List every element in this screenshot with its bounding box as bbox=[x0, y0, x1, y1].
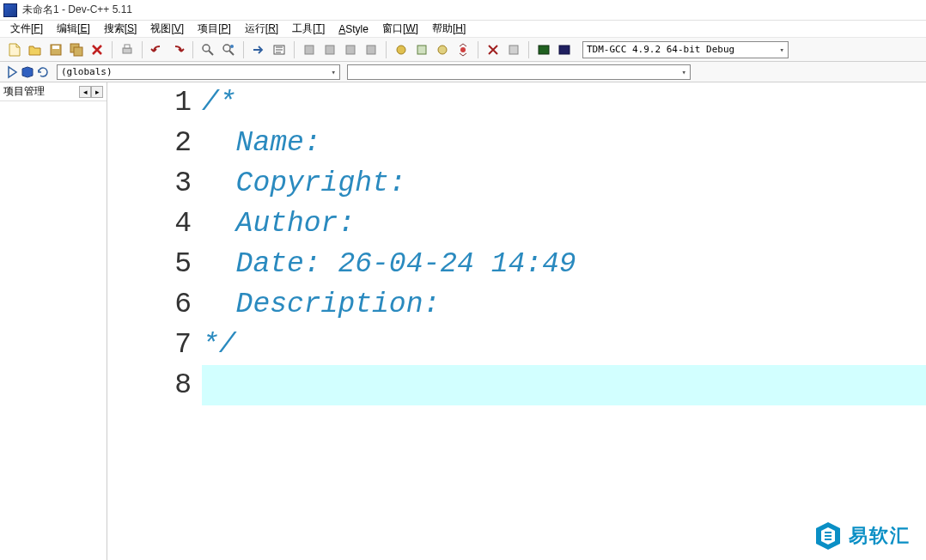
globals-combo[interactable]: (globals) ▾ bbox=[57, 64, 340, 80]
separator bbox=[528, 41, 529, 58]
menubar: 文件[F] 编辑[E] 搜索[S] 视图[V] 项目[P] 运行[R] 工具[T… bbox=[0, 21, 926, 38]
svg-rect-1 bbox=[52, 46, 59, 49]
svg-point-7 bbox=[223, 45, 230, 52]
line-number: 2 bbox=[107, 123, 192, 163]
goto-icon[interactable] bbox=[249, 40, 268, 59]
toolbar-secondary: (globals) ▾ ▾ bbox=[0, 62, 926, 82]
rebuild-icon[interactable] bbox=[362, 40, 381, 59]
menu-tools[interactable]: 工具[T] bbox=[285, 20, 332, 38]
watermark: 易软汇 bbox=[814, 520, 911, 551]
globals-combo-label: (globals) bbox=[61, 66, 113, 77]
tab-next-icon[interactable]: ▸ bbox=[91, 86, 103, 98]
watermark-text: 易软汇 bbox=[849, 523, 911, 549]
new-file-icon[interactable] bbox=[5, 40, 24, 59]
debug-step-icon[interactable] bbox=[412, 40, 431, 59]
separator bbox=[142, 41, 143, 58]
titlebar: 未命名1 - Dev-C++ 5.11 bbox=[0, 0, 926, 21]
project-management-tab[interactable]: 项目管理 bbox=[3, 84, 45, 99]
line-number: 1 bbox=[107, 82, 192, 123]
code-line: Name: bbox=[202, 127, 321, 159]
save-all-icon[interactable] bbox=[67, 40, 86, 59]
print-icon[interactable] bbox=[118, 40, 137, 59]
save-icon[interactable] bbox=[46, 40, 65, 59]
chevron-down-icon: ▾ bbox=[682, 68, 686, 76]
sidebar-header: 项目管理 ◂ ▸ bbox=[0, 82, 107, 101]
line-number: 5 bbox=[107, 244, 192, 284]
svg-rect-18 bbox=[509, 46, 518, 54]
menu-project[interactable]: 项目[P] bbox=[191, 20, 238, 38]
menu-help[interactable]: 帮助[H] bbox=[425, 20, 472, 38]
open-file-icon[interactable] bbox=[26, 40, 45, 59]
find-icon[interactable] bbox=[198, 40, 217, 59]
svg-rect-12 bbox=[346, 46, 355, 54]
line-number: 3 bbox=[107, 163, 192, 204]
replace-icon[interactable] bbox=[219, 40, 238, 59]
code-content[interactable]: /* Name: Copyright: Author: Date: 26-04-… bbox=[202, 82, 926, 405]
separator bbox=[294, 41, 295, 58]
menu-search[interactable]: 搜索[S] bbox=[97, 20, 144, 38]
separator bbox=[386, 41, 387, 58]
tab-prev-icon[interactable]: ◂ bbox=[79, 86, 91, 98]
options-icon[interactable] bbox=[504, 40, 523, 59]
menu-astyle[interactable]: AStyle bbox=[332, 21, 375, 37]
menu-run[interactable]: 运行[R] bbox=[238, 20, 285, 38]
run-icon[interactable] bbox=[320, 40, 339, 59]
members-combo[interactable]: ▾ bbox=[347, 64, 691, 80]
line-number: 6 bbox=[107, 284, 192, 325]
svg-rect-20 bbox=[559, 46, 570, 54]
menu-file[interactable]: 文件[F] bbox=[3, 20, 50, 38]
line-number: 4 bbox=[107, 204, 192, 244]
chevron-down-icon: ▾ bbox=[332, 68, 336, 76]
debug-icon[interactable] bbox=[392, 40, 411, 59]
close-icon[interactable] bbox=[88, 40, 107, 59]
class-browser-icon[interactable] bbox=[21, 65, 34, 79]
menu-window[interactable]: 窗口[W] bbox=[375, 20, 425, 38]
toolbar-main: TDM-GCC 4.9.2 64-bit Debug ▾ bbox=[0, 38, 926, 62]
undo-icon[interactable] bbox=[148, 40, 167, 59]
svg-rect-3 bbox=[74, 47, 82, 56]
svg-rect-13 bbox=[367, 46, 375, 54]
compile-icon[interactable] bbox=[300, 40, 319, 59]
menu-view[interactable]: 视图[V] bbox=[143, 20, 191, 38]
main-area: 项目管理 ◂ ▸ 1 2 3 4 5 6 7 8 /* Name: Copyri… bbox=[0, 82, 926, 560]
sidebar: 项目管理 ◂ ▸ bbox=[0, 82, 107, 560]
chevron-down-icon: ▾ bbox=[780, 46, 784, 54]
debug-over-icon[interactable] bbox=[433, 40, 452, 59]
code-line: Date: 26-04-24 14:49 bbox=[202, 248, 576, 280]
cmd1-icon[interactable] bbox=[534, 40, 553, 59]
run-play-icon[interactable] bbox=[5, 65, 19, 79]
svg-rect-5 bbox=[125, 45, 130, 48]
separator bbox=[112, 41, 113, 58]
code-line: */ bbox=[202, 329, 236, 361]
svg-rect-11 bbox=[326, 46, 334, 54]
menu-edit[interactable]: 编辑[E] bbox=[50, 20, 97, 38]
separator bbox=[478, 41, 478, 58]
watermark-icon bbox=[814, 520, 842, 551]
refresh-icon[interactable] bbox=[36, 65, 50, 79]
code-line: Author: bbox=[202, 208, 355, 240]
separator bbox=[192, 41, 193, 58]
window-title: 未命名1 - Dev-C++ 5.11 bbox=[22, 3, 132, 17]
compiler-selector[interactable]: TDM-GCC 4.9.2 64-bit Debug ▾ bbox=[582, 41, 789, 58]
svg-rect-4 bbox=[123, 48, 131, 53]
line-number-gutter: 1 2 3 4 5 6 7 8 bbox=[107, 82, 202, 405]
cmd2-icon[interactable] bbox=[555, 40, 574, 59]
svg-point-8 bbox=[230, 45, 234, 48]
compiler-selector-label: TDM-GCC 4.9.2 64-bit Debug bbox=[587, 44, 734, 55]
debug-stop-icon[interactable] bbox=[454, 40, 472, 59]
compile-run-icon[interactable] bbox=[341, 40, 360, 59]
code-editor[interactable]: 1 2 3 4 5 6 7 8 /* Name: Copyright: Auth… bbox=[107, 82, 926, 560]
code-line: /* bbox=[202, 87, 236, 119]
line-number: 7 bbox=[107, 325, 192, 365]
code-line: Copyright: bbox=[202, 167, 406, 199]
svg-rect-10 bbox=[305, 46, 314, 54]
svg-point-14 bbox=[397, 46, 405, 54]
code-line: Description: bbox=[202, 289, 440, 320]
line-number: 8 bbox=[107, 365, 192, 405]
redo-icon[interactable] bbox=[168, 40, 187, 59]
svg-point-6 bbox=[203, 45, 210, 52]
separator bbox=[243, 41, 244, 58]
app-icon bbox=[3, 3, 17, 17]
bookmark-icon[interactable] bbox=[270, 40, 289, 59]
profile-icon[interactable] bbox=[484, 40, 503, 59]
